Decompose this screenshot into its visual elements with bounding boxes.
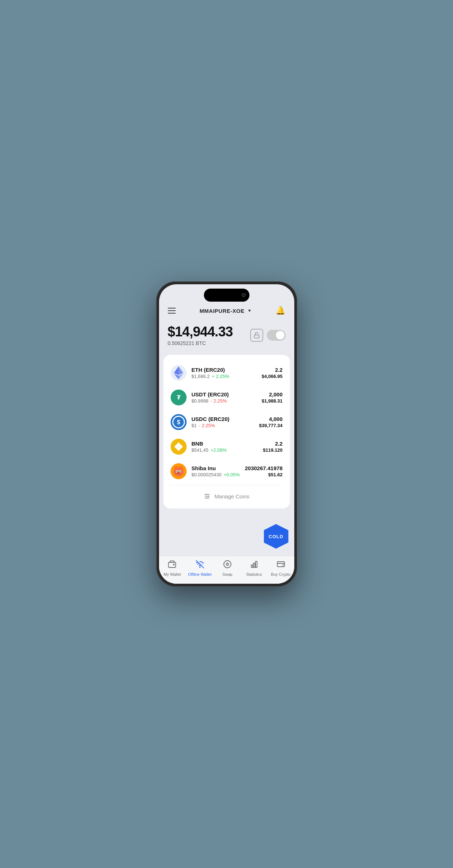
bnb-price: $541,45 <box>192 447 209 453</box>
eth-amount: 2.2 <box>262 367 283 373</box>
shib-price-row: $0.000025430 +0.05% <box>192 472 245 477</box>
cold-label: COLD <box>269 534 283 539</box>
eth-logo <box>171 365 187 381</box>
usdt-price-row: $0.9998 - 2.25% <box>192 398 262 404</box>
coin-item-shib[interactable]: Shiba Inu $0.000025430 +0.05% 2030267.41… <box>163 459 290 484</box>
usdt-change: - 2.25% <box>211 398 227 404</box>
coin-item-bnb[interactable]: BNB $541,45 +2.08% 2.2 $119.120 <box>163 434 290 459</box>
bnb-amount: 2.2 <box>263 441 282 447</box>
shib-balance: 2030267.41978 $51.62 <box>245 465 282 477</box>
usdt-amount: 2,000 <box>262 391 283 397</box>
manage-coins-label: Manage Coins <box>214 493 249 499</box>
svg-point-24 <box>179 471 180 472</box>
manage-coins-icon <box>204 493 211 500</box>
svg-point-34 <box>224 561 231 568</box>
shib-value: $51.62 <box>245 472 282 477</box>
cold-button[interactable]: COLD <box>264 524 289 549</box>
nav-my-wallet[interactable]: My Wallet <box>161 560 183 576</box>
bnb-balance: 2.2 $119.120 <box>263 441 282 453</box>
usdc-price: $1 <box>192 423 197 428</box>
svg-rect-36 <box>253 563 255 567</box>
bnb-name: BNB <box>192 441 263 447</box>
shib-amount: 2030267.41978 <box>245 465 282 471</box>
usdc-price-row: $1 - 2.25% <box>192 423 259 428</box>
svg-marker-2 <box>174 366 179 375</box>
coin-item-usdc[interactable]: $ USDC (ERC20) $1 - 2.25% 4,000 $39,777.… <box>163 410 290 434</box>
svg-point-33 <box>200 567 200 567</box>
balance-btc: 0.50625221 BTC <box>168 340 233 346</box>
usdt-value: $1,988.31 <box>262 398 283 404</box>
nav-swap[interactable]: Swap <box>217 560 238 576</box>
eth-balance: 2.2 $4,066.95 <box>262 367 283 379</box>
visibility-toggle[interactable] <box>267 330 286 341</box>
phone-frame: MMAIPURE-XOE ▼ 🔔 $14,944.33 0.50625221 B… <box>156 281 297 587</box>
svg-text:$: $ <box>177 419 180 425</box>
bottom-nav: My Wallet Offline Wallet <box>159 556 294 584</box>
usdc-logo: $ <box>171 414 187 430</box>
menu-button[interactable] <box>168 308 176 314</box>
lock-button[interactable] <box>250 329 263 342</box>
coin-item-eth[interactable]: ETH (ERC20) $1,686.2 + 2.25% 2.2 $4,066.… <box>163 361 290 385</box>
dynamic-island <box>204 289 249 302</box>
svg-rect-38 <box>277 562 285 567</box>
usdc-change: - 2.25% <box>199 423 215 428</box>
offline-wallet-icon <box>196 560 204 571</box>
eth-change: + 2.25% <box>212 374 229 379</box>
shib-change: +0.05% <box>224 472 240 477</box>
bnb-value: $119.120 <box>263 447 282 453</box>
usdt-logo: ₮ <box>171 390 187 405</box>
coin-item-usdt[interactable]: ₮ USDT (ERC20) $0.9998 - 2.25% 2,000 $1,… <box>163 385 290 410</box>
balance-info: $14,944.33 0.50625221 BTC <box>168 324 233 346</box>
svg-rect-0 <box>254 335 259 338</box>
svg-point-31 <box>206 497 207 498</box>
shib-info: Shiba Inu $0.000025430 +0.05% <box>192 465 245 477</box>
nav-statistics-label: Statistics <box>246 572 262 576</box>
usdt-info: USDT (ERC20) $0.9998 - 2.25% <box>192 391 262 404</box>
chevron-down-icon: ▼ <box>247 308 252 313</box>
usdc-name: USDC (ERC20) <box>192 416 259 422</box>
usdt-name: USDT (ERC20) <box>192 391 262 397</box>
nav-offline-wallet[interactable]: Offline Wallet <box>188 560 211 576</box>
bnb-change: +2.08% <box>211 447 227 453</box>
usdc-balance: 4,000 $39,777.34 <box>259 416 282 428</box>
notifications-button[interactable]: 🔔 <box>275 306 285 315</box>
balance-controls <box>250 329 286 342</box>
middle-space: COLD <box>159 509 294 556</box>
svg-point-25 <box>177 472 180 474</box>
eth-price: $1,686.2 <box>192 374 210 379</box>
usdt-price: $0.9998 <box>192 398 209 404</box>
balance-section: $14,944.33 0.50625221 BTC <box>159 321 294 355</box>
eth-price-row: $1,686.2 + 2.25% <box>192 374 262 379</box>
usdc-value: $39,777.34 <box>259 423 282 428</box>
nav-buy-crypto[interactable]: Buy Crypto <box>270 560 292 576</box>
divider <box>171 485 283 485</box>
statistics-icon <box>250 560 258 571</box>
bnb-logo <box>171 439 187 455</box>
buy-crypto-icon <box>277 560 285 571</box>
wallet-icon <box>168 560 176 571</box>
nav-swap-label: Swap <box>222 572 232 576</box>
manage-coins-button[interactable]: Manage Coins <box>163 487 290 506</box>
phone-screen: MMAIPURE-XOE ▼ 🔔 $14,944.33 0.50625221 B… <box>159 284 294 584</box>
usdc-info: USDC (ERC20) $1 - 2.25% <box>192 416 259 428</box>
nav-offline-label: Offline Wallet <box>188 572 211 576</box>
nav-statistics[interactable]: Statistics <box>243 560 265 576</box>
svg-point-27 <box>205 494 206 495</box>
usdc-amount: 4,000 <box>259 416 282 422</box>
bnb-price-row: $541,45 +2.08% <box>192 447 263 453</box>
svg-marker-1 <box>179 366 183 375</box>
wallet-selector[interactable]: MMAIPURE-XOE ▼ <box>200 308 252 314</box>
svg-point-29 <box>208 495 209 497</box>
eth-name: ETH (ERC20) <box>192 367 262 373</box>
svg-text:₮: ₮ <box>177 395 181 401</box>
nav-buy-crypto-label: Buy Crypto <box>271 572 290 576</box>
coins-card: ETH (ERC20) $1,686.2 + 2.25% 2.2 $4,066.… <box>163 355 290 509</box>
shib-price: $0.000025430 <box>192 472 222 477</box>
balance-amount: $14,944.33 <box>168 324 233 340</box>
wallet-name: MMAIPURE-XOE <box>200 308 244 314</box>
shib-logo <box>171 463 187 479</box>
eth-value: $4,066.95 <box>262 374 283 379</box>
eth-info: ETH (ERC20) $1,686.2 + 2.25% <box>192 367 262 379</box>
swap-icon <box>223 560 232 571</box>
camera <box>242 293 246 297</box>
